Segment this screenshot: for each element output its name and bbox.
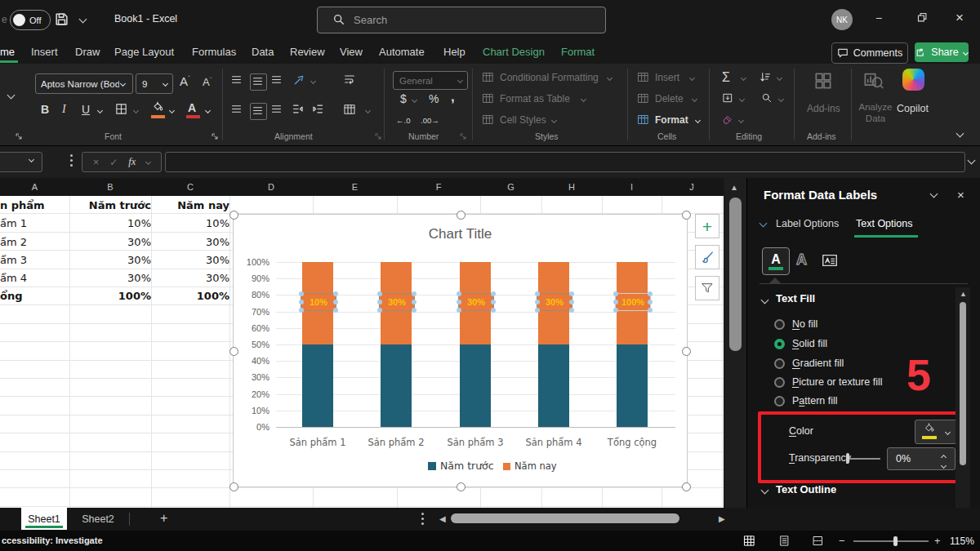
cell-c3[interactable]: 30% [151, 233, 239, 251]
formula-input[interactable] [165, 152, 965, 172]
tab-insert[interactable]: Insert [31, 46, 58, 58]
fx-chevron-icon[interactable] [145, 159, 151, 165]
insert-function-icon[interactable]: fx [128, 156, 136, 168]
alignment-dialog-launcher-icon[interactable] [374, 131, 382, 143]
bar-nam-truoc-1[interactable] [302, 344, 333, 427]
bold-button[interactable]: B [41, 103, 49, 116]
chart-handle[interactable] [457, 211, 466, 220]
page-layout-view-icon[interactable] [778, 535, 791, 549]
sheet-tab-sheet2[interactable]: Sheet2 [74, 508, 122, 530]
format-cells-button[interactable]: Format [655, 114, 688, 126]
cell-b3[interactable]: 30% [69, 233, 161, 251]
cell-b5[interactable]: 30% [69, 269, 161, 287]
decrease-indent-button[interactable] [292, 103, 304, 118]
pane-scroll-up-icon[interactable]: ▲ [960, 290, 967, 298]
chart-filters-button[interactable] [695, 276, 719, 300]
tab-home[interactable]: me [0, 46, 15, 58]
percent-style-button[interactable]: % [429, 92, 439, 105]
comments-button[interactable]: Comments [831, 42, 908, 64]
find-select-button[interactable] [761, 92, 773, 106]
text-fill-outline-icon-button[interactable]: A [762, 247, 790, 275]
cell-c4[interactable]: 30% [151, 251, 239, 269]
share-button[interactable]: Share [915, 42, 969, 62]
normal-view-icon[interactable] [743, 535, 755, 549]
text-effects-icon-button[interactable]: A [796, 251, 807, 269]
data-label-4[interactable]: 30% [537, 293, 572, 311]
tab-draw[interactable]: Draw [75, 46, 100, 58]
legend-nam-nay[interactable]: Năm nay [514, 460, 557, 472]
orientation-button[interactable] [292, 73, 305, 89]
no-fill-label[interactable]: No fill [792, 318, 817, 330]
chart-handle[interactable] [229, 211, 238, 220]
zoom-level[interactable]: 115% [950, 535, 974, 547]
spinner-down-icon[interactable] [942, 459, 946, 470]
picture-fill-radio[interactable] [774, 377, 785, 388]
page-break-view-icon[interactable] [812, 535, 824, 549]
text-fill-header[interactable]: Text Fill [776, 292, 815, 304]
font-dialog-launcher-icon[interactable] [211, 131, 219, 143]
grid-scroll-up-icon[interactable]: ▲ [730, 183, 738, 192]
cell-a6[interactable]: ổng [0, 287, 69, 304]
shrink-font-button[interactable]: Aˇ [203, 76, 212, 88]
zoom-in-button[interactable]: + [934, 535, 941, 547]
increase-indent-button[interactable] [312, 103, 324, 118]
cell-c2[interactable]: 10% [151, 214, 239, 232]
tab-format[interactable]: Format [561, 46, 595, 58]
number-format-select[interactable]: General [393, 71, 468, 90]
formula-bar-grip[interactable] [70, 154, 73, 157]
cancel-icon[interactable]: × [93, 156, 100, 168]
chart[interactable]: Chart Title 100% 90% 80% 70% 60% 50% 40%… [233, 214, 688, 487]
align-right-button[interactable] [270, 103, 283, 118]
align-bottom-button[interactable] [270, 73, 283, 88]
cell-a5[interactable]: ẩm 4 [0, 269, 69, 287]
cell-b4[interactable]: 30% [69, 251, 161, 269]
tab-view[interactable]: View [340, 46, 363, 58]
tab-data[interactable]: Data [252, 46, 274, 58]
column-header-j[interactable]: J [662, 178, 722, 196]
align-center-button[interactable] [250, 103, 267, 120]
merge-center-button[interactable] [343, 103, 356, 118]
align-middle-button[interactable] [250, 73, 267, 91]
textbox-icon-button[interactable] [821, 251, 839, 272]
tab-page-layout[interactable]: Page Layout [114, 46, 174, 58]
restore-button[interactable] [916, 11, 929, 26]
column-header-c[interactable]: C [151, 178, 229, 196]
chart-handle[interactable] [682, 482, 691, 491]
copilot-button[interactable]: Copilot [897, 103, 929, 114]
column-header-e[interactable]: E [313, 178, 397, 196]
gradient-fill-radio[interactable] [774, 358, 785, 369]
borders-button[interactable] [114, 102, 128, 118]
tab-chart-design[interactable]: Chart Design [483, 46, 545, 58]
chart-title[interactable]: Chart Title [234, 226, 687, 242]
cell-c1[interactable]: Năm nay [151, 196, 239, 214]
cell-c5[interactable]: 30% [151, 269, 239, 287]
pattern-fill-radio[interactable] [774, 396, 785, 407]
font-size-select[interactable]: 9 [136, 73, 173, 94]
increase-decimal-button[interactable]: ←.0 [396, 116, 410, 125]
clipboard-dialog-launcher-icon[interactable] [15, 131, 23, 143]
chart-handle[interactable] [229, 482, 238, 491]
pane-scroll-thumb[interactable] [960, 302, 966, 465]
column-header-d[interactable]: D [229, 178, 313, 196]
column-header-a[interactable]: A [0, 178, 69, 196]
align-left-button[interactable] [230, 103, 243, 118]
data-label-2[interactable]: 30% [379, 293, 415, 311]
tab-review[interactable]: Review [290, 46, 325, 58]
avatar[interactable]: NK [831, 9, 853, 30]
bar-nam-truoc-3[interactable] [460, 344, 491, 427]
autosave-toggle[interactable]: Off [10, 10, 51, 30]
comma-style-button[interactable]: , [451, 89, 455, 105]
autosum-button[interactable]: Σ [722, 70, 730, 85]
cell-a1[interactable]: n phẩm [0, 196, 69, 214]
solid-fill-radio[interactable] [774, 339, 785, 349]
font-color-button[interactable]: A [188, 101, 196, 114]
solid-fill-label[interactable]: Solid fill [792, 338, 827, 349]
save-icon[interactable] [54, 11, 69, 29]
bar-nam-truoc-5[interactable] [617, 344, 648, 427]
hscroll-right-icon[interactable]: ▶ [719, 514, 725, 523]
sort-filter-button[interactable] [760, 71, 772, 86]
add-sheet-button[interactable]: + [160, 511, 167, 526]
zoom-out-button[interactable]: − [839, 535, 845, 547]
grid-vscroll-thumb[interactable] [729, 198, 742, 351]
fill-down-button[interactable] [722, 92, 733, 106]
